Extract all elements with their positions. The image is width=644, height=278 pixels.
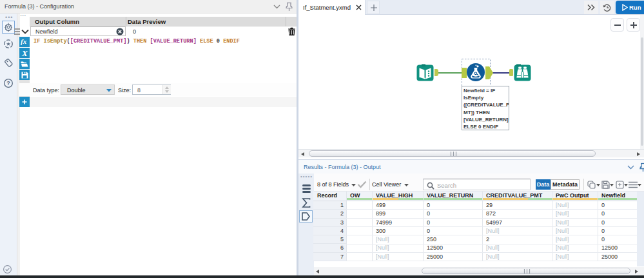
- svg-text:?: ?: [6, 80, 10, 86]
